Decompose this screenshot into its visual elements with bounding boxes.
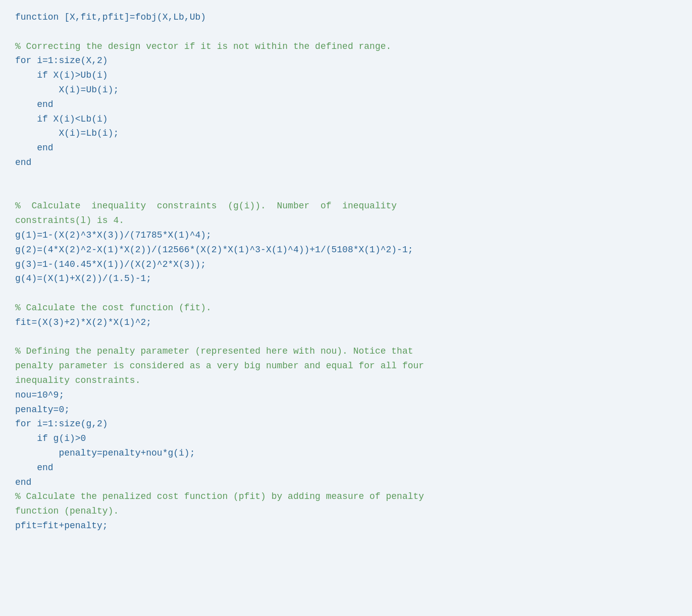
code-line-16: g(2)=(4*X(2)^2-X(1)*X(2))/(12566*(X(2)*X… xyxy=(15,243,677,257)
code-line-10: end xyxy=(15,155,677,170)
code-line-0: function [X,fit,pfit]=fobj(X,Lb,Ub) xyxy=(15,10,677,25)
code-line-2: % Correcting the design vector if it is … xyxy=(15,39,677,54)
code-line-6: end xyxy=(15,97,677,112)
code-line-1 xyxy=(15,25,677,39)
code-line-3: for i=1:size(X,2) xyxy=(15,53,677,68)
code-line-8: X(i)=Lb(i); xyxy=(15,126,677,141)
code-line-30: penalty=penalty+nou*g(i); xyxy=(15,446,677,461)
code-line-29: if g(i)>0 xyxy=(15,431,677,446)
code-line-18: g(4)=(X(1)+X(2))/(1.5)-1; xyxy=(15,271,677,286)
code-line-19 xyxy=(15,286,677,301)
code-line-35: pfit=fit+penalty; xyxy=(15,519,677,533)
code-line-23: % Defining the penalty parameter (repres… xyxy=(15,344,677,359)
code-line-7: if X(i)<Lb(i) xyxy=(15,112,677,127)
code-line-14: constraints(l) is 4. xyxy=(15,213,677,228)
code-block: function [X,fit,pfit]=fobj(X,Lb,Ub) % Co… xyxy=(15,10,677,533)
code-line-27: penalty=0; xyxy=(15,403,677,417)
code-line-28: for i=1:size(g,2) xyxy=(15,417,677,431)
code-line-26: nou=10^9; xyxy=(15,388,677,403)
code-line-33: % Calculate the penalized cost function … xyxy=(15,489,677,504)
code-line-34: function (penalty). xyxy=(15,504,677,519)
code-line-13: % Calculate inequality constraints (g(i)… xyxy=(15,199,677,213)
code-line-22 xyxy=(15,330,677,345)
code-line-12 xyxy=(15,185,677,199)
code-line-24: penalty parameter is considered as a ver… xyxy=(15,359,677,373)
code-line-9: end xyxy=(15,141,677,155)
code-line-25: inequality constraints. xyxy=(15,373,677,388)
code-line-5: X(i)=Ub(i); xyxy=(15,83,677,97)
code-container: function [X,fit,pfit]=fobj(X,Lb,Ub) % Co… xyxy=(0,0,692,616)
code-line-4: if X(i)>Ub(i) xyxy=(15,68,677,83)
code-line-31: end xyxy=(15,461,677,475)
code-line-20: % Calculate the cost function (fit). xyxy=(15,301,677,315)
code-line-15: g(1)=1-(X(2)^3*X(3))/(71785*X(1)^4); xyxy=(15,228,677,243)
code-line-21: fit=(X(3)+2)*X(2)*X(1)^2; xyxy=(15,315,677,330)
code-line-11 xyxy=(15,170,677,185)
code-line-17: g(3)=1-(140.45*X(1))/(X(2)^2*X(3)); xyxy=(15,257,677,272)
code-line-32: end xyxy=(15,475,677,490)
